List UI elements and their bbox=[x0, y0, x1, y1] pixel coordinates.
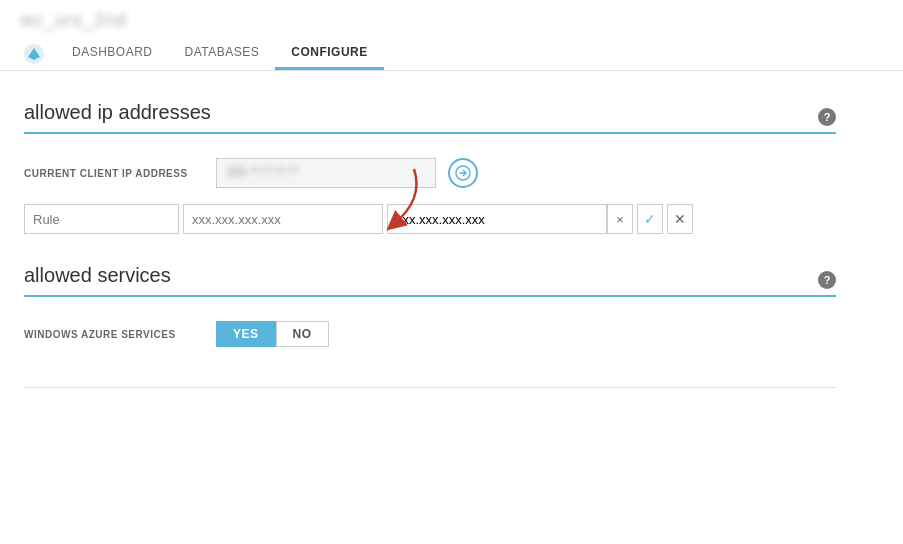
rule-end-ip-input[interactable] bbox=[387, 204, 607, 234]
allowed-services-section: allowed services ? WINDOWS AZURE SERVICE… bbox=[24, 264, 836, 347]
rule-name-input[interactable] bbox=[24, 204, 179, 234]
brand-text: wc_urs_2nd bbox=[20, 10, 127, 31]
rule-end-clear-button[interactable]: × bbox=[607, 204, 633, 234]
allowed-services-title: allowed services bbox=[24, 264, 171, 287]
tab-databases[interactable]: DATABASES bbox=[169, 37, 276, 70]
allowed-ip-section: allowed ip addresses ? CURRENT CLIENT IP… bbox=[24, 101, 836, 234]
current-ip-row: CURRENT CLIENT IP ADDRESS 201 **.**.**.*… bbox=[24, 158, 836, 188]
yes-button[interactable]: YES bbox=[216, 321, 276, 347]
nav-tabs: DASHBOARD DATABASES CONFIGURE bbox=[20, 37, 883, 70]
bottom-divider bbox=[24, 387, 836, 388]
allowed-services-divider bbox=[24, 295, 836, 297]
azure-nav-icon bbox=[20, 40, 48, 68]
yes-no-toggle: YES NO bbox=[216, 321, 329, 347]
allowed-services-help-icon[interactable]: ? bbox=[818, 271, 836, 289]
no-button[interactable]: NO bbox=[276, 321, 329, 347]
allowed-ip-help-icon[interactable]: ? bbox=[818, 108, 836, 126]
rule-confirm-button[interactable]: ✓ bbox=[637, 204, 663, 234]
rule-row-container: × ✓ ✕ bbox=[24, 204, 836, 234]
current-ip-display: 201 **.**.**.** bbox=[216, 158, 436, 188]
allowed-services-header: allowed services ? bbox=[24, 264, 836, 295]
tab-configure[interactable]: CONFIGURE bbox=[275, 37, 384, 70]
rule-row: × ✓ ✕ bbox=[24, 204, 836, 234]
windows-azure-row: WINDOWS AZURE SERVICES YES NO bbox=[24, 321, 836, 347]
current-ip-label: CURRENT CLIENT IP ADDRESS bbox=[24, 168, 204, 179]
current-ip-value: 201 **.**.**.** bbox=[227, 165, 298, 179]
rule-start-ip-input[interactable] bbox=[183, 204, 383, 234]
add-ip-button[interactable] bbox=[448, 158, 478, 188]
main-content: allowed ip addresses ? CURRENT CLIENT IP… bbox=[0, 71, 860, 418]
brand-logo: wc_urs_2nd bbox=[20, 10, 883, 31]
windows-azure-label: WINDOWS AZURE SERVICES bbox=[24, 329, 204, 340]
allowed-ip-divider bbox=[24, 132, 836, 134]
allowed-ip-title: allowed ip addresses bbox=[24, 101, 211, 124]
rule-cancel-button[interactable]: ✕ bbox=[667, 204, 693, 234]
allowed-ip-header: allowed ip addresses ? bbox=[24, 101, 836, 132]
tab-dashboard[interactable]: DASHBOARD bbox=[56, 37, 169, 70]
app-header: wc_urs_2nd DASHBOARD DATABASES CONFIGURE bbox=[0, 0, 903, 71]
